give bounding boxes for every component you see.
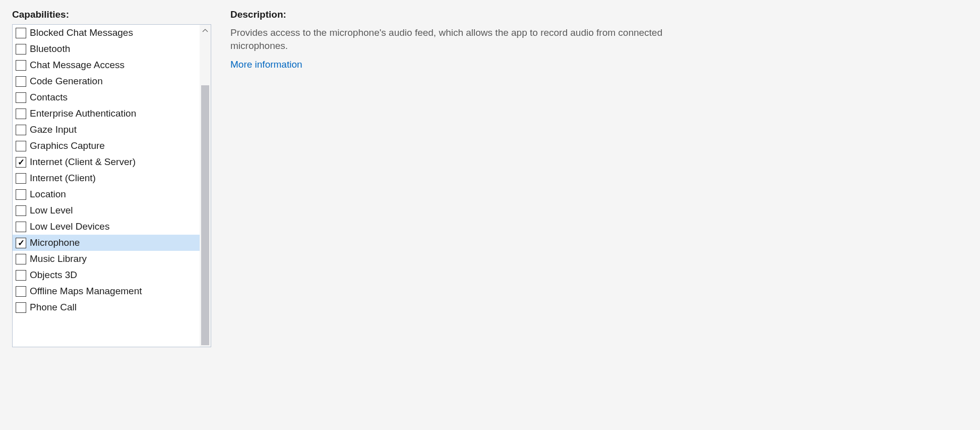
- capability-item[interactable]: Gaze Input: [13, 122, 200, 138]
- capability-checkbox[interactable]: [16, 157, 26, 168]
- capability-item[interactable]: Phone Call: [13, 299, 200, 315]
- capability-checkbox[interactable]: [16, 28, 26, 38]
- capability-label: Location: [30, 189, 66, 200]
- capability-checkbox[interactable]: [16, 286, 26, 297]
- capability-label: Internet (Client & Server): [30, 156, 136, 168]
- capability-label: Chat Message Access: [30, 60, 125, 71]
- more-information-link[interactable]: More information: [230, 59, 302, 70]
- capability-checkbox[interactable]: [16, 238, 26, 248]
- capability-checkbox[interactable]: [16, 44, 26, 55]
- capability-checkbox[interactable]: [16, 92, 26, 103]
- capability-label: Code Generation: [30, 76, 103, 87]
- capability-item[interactable]: Low Level: [13, 202, 200, 219]
- capability-label: Graphics Capture: [30, 140, 105, 151]
- capability-label: Gaze Input: [30, 124, 77, 135]
- capability-item[interactable]: Bluetooth: [13, 41, 200, 57]
- capability-checkbox[interactable]: [16, 222, 26, 232]
- capability-item[interactable]: Graphics Capture: [13, 138, 200, 154]
- capability-checkbox[interactable]: [16, 270, 26, 281]
- capability-item[interactable]: Blocked Chat Messages: [13, 25, 200, 41]
- capability-checkbox[interactable]: [16, 302, 26, 313]
- capability-label: Blocked Chat Messages: [30, 27, 133, 38]
- capability-item[interactable]: Enterprise Authentication: [13, 105, 200, 122]
- capability-label: Enterprise Authentication: [30, 108, 136, 119]
- capability-checkbox[interactable]: [16, 109, 26, 119]
- capability-checkbox[interactable]: [16, 173, 26, 184]
- capability-checkbox[interactable]: [16, 125, 26, 135]
- capability-label: Internet (Client): [30, 173, 96, 184]
- capability-label: Objects 3D: [30, 270, 77, 281]
- capabilities-listbox[interactable]: Blocked Chat MessagesBluetoothChat Messa…: [12, 24, 211, 347]
- capability-label: Contacts: [30, 92, 68, 103]
- capability-item[interactable]: Contacts: [13, 89, 200, 105]
- capabilities-heading: Capabilities:: [12, 9, 211, 20]
- capability-label: Low Level: [30, 205, 73, 216]
- capability-checkbox[interactable]: [16, 76, 26, 87]
- capability-item[interactable]: Music Library: [13, 251, 200, 267]
- description-text: Provides access to the microphone's audi…: [230, 26, 684, 52]
- scroll-up-arrow-icon[interactable]: [200, 25, 211, 36]
- capability-label: Music Library: [30, 253, 87, 264]
- capability-item[interactable]: Code Generation: [13, 73, 200, 89]
- scrollbar-track[interactable]: [200, 25, 211, 347]
- capability-checkbox[interactable]: [16, 60, 26, 71]
- capability-checkbox[interactable]: [16, 189, 26, 200]
- scrollbar-thumb[interactable]: [201, 85, 209, 345]
- capability-checkbox[interactable]: [16, 205, 26, 216]
- capability-checkbox[interactable]: [16, 254, 26, 264]
- capability-item[interactable]: Low Level Devices: [13, 219, 200, 235]
- capability-item[interactable]: Internet (Client): [13, 170, 200, 186]
- capability-label: Microphone: [30, 237, 80, 248]
- capability-label: Bluetooth: [30, 43, 70, 55]
- capability-label: Phone Call: [30, 302, 77, 313]
- capability-item[interactable]: Microphone: [13, 235, 200, 251]
- description-heading: Description:: [230, 9, 968, 20]
- capability-label: Offline Maps Management: [30, 286, 142, 297]
- capability-checkbox[interactable]: [16, 141, 26, 151]
- capability-item[interactable]: Chat Message Access: [13, 57, 200, 73]
- capability-item[interactable]: Offline Maps Management: [13, 283, 200, 299]
- capability-label: Low Level Devices: [30, 221, 109, 232]
- capability-item[interactable]: Internet (Client & Server): [13, 154, 200, 170]
- capability-item[interactable]: Location: [13, 186, 200, 202]
- capability-item[interactable]: Objects 3D: [13, 267, 200, 283]
